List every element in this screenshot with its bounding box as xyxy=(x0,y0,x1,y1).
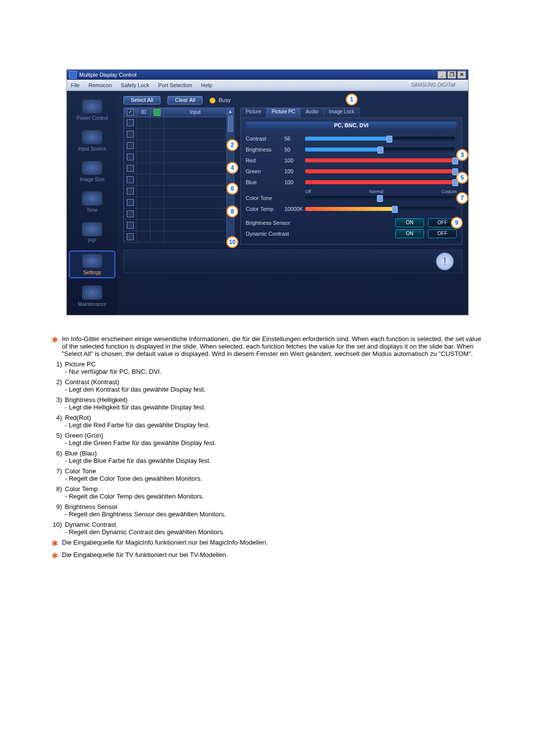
red-value: 100 xyxy=(284,158,305,163)
blue-value: 100 xyxy=(284,180,305,185)
row-checkbox[interactable] xyxy=(127,233,134,240)
maximize-icon[interactable]: ❐ xyxy=(447,71,456,79)
colortemp-slider[interactable] xyxy=(305,207,455,211)
note-title: Blue (Blau) xyxy=(65,450,97,457)
row-checkbox[interactable] xyxy=(127,188,134,195)
brightness-sensor-on[interactable]: ON xyxy=(395,218,424,227)
menu-port-selection[interactable]: Port Selection xyxy=(158,83,192,88)
slider-thumb[interactable] xyxy=(377,195,383,202)
sidebar-item-time[interactable]: Time xyxy=(70,189,114,215)
dynamic-contrast-on[interactable]: ON xyxy=(395,229,424,238)
sidebar-label: Maintenance xyxy=(78,302,106,307)
note-title: Brightness (Helligkeit) xyxy=(65,396,127,403)
note-number: 1) xyxy=(47,360,65,375)
settings-icon xyxy=(82,253,103,268)
star-icon: ✱ xyxy=(47,539,62,548)
callout-1: 1 xyxy=(346,94,358,105)
slider-thumb[interactable] xyxy=(392,206,398,213)
table-row[interactable] xyxy=(123,151,227,163)
table-row[interactable] xyxy=(123,197,227,208)
minimize-icon[interactable]: _ xyxy=(437,71,446,79)
table-row[interactable] xyxy=(123,174,227,186)
brand-label: SAMSUNG DIGITall xyxy=(411,83,455,88)
brightness-slider[interactable] xyxy=(305,148,455,151)
tab-picture[interactable]: Picture xyxy=(240,107,267,117)
colortone-slider[interactable] xyxy=(305,196,455,200)
row-checkbox[interactable] xyxy=(127,153,134,160)
note-item: 2)Contrast (Kontrast)- Legt den Kontrast… xyxy=(47,378,488,393)
note-sub: - Legt den Kontrast für das gewählte Dis… xyxy=(65,386,488,393)
star-text: Die Eingabequelle für TV funktioniert nu… xyxy=(62,551,488,560)
dynamic-contrast-off[interactable]: OFF xyxy=(428,229,457,238)
row-checkbox[interactable] xyxy=(127,165,134,172)
table-row[interactable] xyxy=(123,186,227,197)
display-grid: ID Input ▲ xyxy=(123,107,227,245)
note-sub: - Regelt die Color Temp des gewählten Mo… xyxy=(65,493,488,500)
row-checkbox[interactable] xyxy=(127,199,134,206)
scroll-up-icon[interactable]: ▲ xyxy=(227,108,234,115)
green-slider[interactable] xyxy=(305,169,455,173)
row-checkbox[interactable] xyxy=(127,176,134,183)
table-row[interactable] xyxy=(123,231,227,243)
note-number: 6) xyxy=(47,450,65,464)
blue-label: Blue xyxy=(246,180,284,185)
sidebar-item-settings[interactable]: Settings xyxy=(69,251,115,278)
table-row[interactable] xyxy=(123,117,227,129)
note-title: Picture PC xyxy=(65,360,96,368)
callout-2: 2 xyxy=(226,139,238,151)
table-row[interactable] xyxy=(123,163,227,174)
table-row[interactable] xyxy=(123,220,227,231)
row-checkbox[interactable] xyxy=(127,142,134,149)
menu-safety-lock[interactable]: Safety Lock xyxy=(121,83,149,88)
red-slider[interactable] xyxy=(305,158,455,162)
callout-7: 7 xyxy=(456,192,468,204)
callout-5: 5 xyxy=(456,172,468,184)
close-icon[interactable]: ✕ xyxy=(457,71,466,79)
colortone-label: Color Tone xyxy=(246,196,284,201)
power-icon xyxy=(82,99,103,114)
sidebar-item-input-source[interactable]: Input Source xyxy=(70,128,114,153)
sidebar-label: Power Control xyxy=(76,116,107,121)
row-checkbox[interactable] xyxy=(127,210,134,217)
blue-slider[interactable] xyxy=(305,180,455,184)
note-number: 10) xyxy=(47,521,65,536)
menu-file[interactable]: File xyxy=(71,83,80,88)
row-checkbox[interactable] xyxy=(127,222,134,229)
app-window: Multiple Display Control _ ❐ ✕ File Remo… xyxy=(66,69,469,315)
sidebar-item-image-size[interactable]: Image Size xyxy=(70,158,114,184)
brightness-sensor-label: Brightness Sensor xyxy=(246,220,310,226)
menu-help[interactable]: Help xyxy=(201,83,213,88)
row-checkbox[interactable] xyxy=(127,131,134,138)
sidebar-item-pip[interactable]: PIP xyxy=(70,220,114,246)
note-item: 1)Picture PC- Nur verfügbar für PC, BNC,… xyxy=(47,360,488,375)
callout-3: 3 xyxy=(456,149,468,161)
callout-4: 4 xyxy=(226,162,238,174)
sidebar-label: Time xyxy=(87,208,98,213)
tab-image-lock[interactable]: Image Lock xyxy=(323,107,360,117)
contrast-slider[interactable] xyxy=(305,137,455,141)
main-panel: Select All Clear All Busy ID Input xyxy=(117,91,468,315)
menu-remocon[interactable]: Remocon xyxy=(89,83,112,88)
select-all-button[interactable]: Select All xyxy=(123,96,160,104)
note-number: 7) xyxy=(47,467,65,482)
scroll-thumb[interactable] xyxy=(228,116,233,132)
table-row[interactable] xyxy=(123,208,227,220)
table-row[interactable] xyxy=(123,140,227,151)
image-size-icon xyxy=(82,160,103,175)
clear-all-button[interactable]: Clear All xyxy=(167,96,203,104)
sidebar-item-power[interactable]: Power Control xyxy=(70,97,114,123)
sidebar-item-maintenance[interactable]: Maintenance xyxy=(70,283,114,309)
row-checkbox[interactable] xyxy=(127,119,134,126)
note-item: 7)Color Tone- Regelt die Color Tone des … xyxy=(47,467,488,482)
time-icon xyxy=(82,191,103,206)
dynamic-contrast-label: Dynamic Contrast xyxy=(246,231,310,237)
note-title: Red(Rot) xyxy=(65,414,91,421)
header-check-icon[interactable] xyxy=(127,109,134,116)
callout-10: 10 xyxy=(226,236,238,248)
tab-audio[interactable]: Audio xyxy=(300,107,324,117)
slider-thumb[interactable] xyxy=(377,147,383,153)
tab-picture-pc[interactable]: Picture PC xyxy=(266,107,301,117)
table-row[interactable] xyxy=(123,129,227,140)
grid-scrollbar[interactable]: ▲ xyxy=(226,107,234,245)
slider-thumb[interactable] xyxy=(386,136,392,143)
